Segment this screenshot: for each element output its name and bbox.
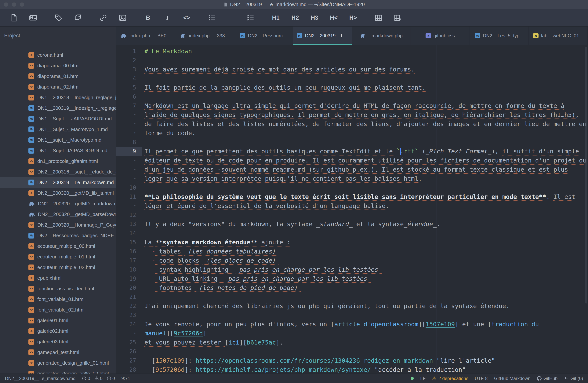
- tree-item-DN2__200320__getMD_markdown_lib[interactable]: DN2__200320__getMD_markdown_lib: [0, 198, 116, 209]
- code-line[interactable]: - URL auto-linking _pas pris en charge p…: [142, 274, 588, 283]
- line-number[interactable]: 19: [116, 274, 142, 283]
- code-line[interactable]: [142, 74, 588, 83]
- tree-item-dn1_protocole_gifanim.html[interactable]: <>dn1_protocole_gifanim.html: [0, 156, 116, 167]
- tab-DN2__Les_5_typ...[interactable]: M↓DN2__Les_5_typ...: [470, 26, 529, 45]
- code-line[interactable]: Il y a deux "versions" du markdown, la s…: [142, 220, 588, 229]
- line-number[interactable]: 6: [116, 92, 142, 101]
- tree-item-corona.html[interactable]: <>corona.html: [0, 50, 116, 60]
- line-number[interactable]: 11: [116, 192, 142, 201]
- tree-item-DN1__Sujet_JAIPASDORDI.md[interactable]: M↓DN1__Sujet_JAIPASDORDI.md: [0, 145, 116, 156]
- tree-item-galerie01.html[interactable]: <>galerie01.html: [0, 315, 116, 326]
- code-line[interactable]: J'ai uniquement cherché des librairies j…: [142, 301, 588, 311]
- code-line[interactable]: [142, 92, 588, 101]
- code-line[interactable]: Je vous renvoie, pour un peu plus d'info…: [142, 320, 588, 329]
- tree-item-DN1__Sujet_-_JAIPASDORDI.md[interactable]: M↓DN1__Sujet_-_JAIPASDORDI.md: [0, 113, 116, 124]
- zoom-button[interactable]: [20, 2, 24, 7]
- line-number[interactable]: 4: [116, 74, 142, 83]
- code-line[interactable]: [1507e109]: https://openclassrooms.com/f…: [142, 356, 588, 365]
- line-number[interactable]: 2: [116, 56, 142, 65]
- line-number[interactable]: 27: [116, 356, 142, 365]
- status-line-ending[interactable]: LF: [420, 376, 425, 381]
- status-encoding[interactable]: UTF-8: [475, 376, 488, 381]
- line-number[interactable]: 5: [116, 83, 142, 92]
- tree-item-epub.xhtml[interactable]: <>epub.xhtml: [0, 273, 116, 283]
- tree-item-diaporama_00.html[interactable]: <>diaporama_00.html: [0, 60, 116, 71]
- line-number[interactable]: 8: [116, 138, 142, 147]
- italic-button[interactable]: I: [162, 12, 173, 24]
- tree-item-ecouteur_multiple_00.html[interactable]: <>ecouteur_multiple_00.html: [0, 241, 116, 251]
- line-number[interactable]: 28: [116, 365, 142, 374]
- line-number[interactable]: 24: [116, 320, 142, 329]
- tree-item-DN2__200320__getMD_lib_js.html[interactable]: <>DN2__200320__getMD_lib_js.html: [0, 188, 116, 198]
- tree-item-DN2__200319__Le_markdown.md[interactable]: M↓DN2__200319__Le_markdown.md: [0, 177, 116, 188]
- tree-item-DN1__200319__Indesign_-_reglage_ju[interactable]: M↓DN1__200319__Indesign_-_reglage_ju: [0, 103, 116, 113]
- line-number[interactable]: 15: [116, 238, 142, 247]
- diagnostics-summary[interactable]: 000: [82, 376, 115, 381]
- tab-index.php — BE0...[interactable]: index.php — BE0...: [116, 26, 175, 45]
- code-line[interactable]: Markdown est un langage ultra simple qui…: [142, 101, 588, 110]
- line-number[interactable]: 16: [116, 247, 142, 256]
- code-button[interactable]: <>: [181, 12, 192, 24]
- cursor-position[interactable]: 9:71: [121, 376, 130, 381]
- code-line[interactable]: Il fait partie de la panoplie des outils…: [142, 83, 588, 92]
- line-number[interactable]: 25: [116, 338, 142, 347]
- tree-item-ecouteur_multiple_01.html[interactable]: <>ecouteur_multiple_01.html: [0, 251, 116, 262]
- code-line[interactable]: forme du code.: [142, 128, 588, 138]
- code-line[interactable]: léger que sa version interprétée puisqu'…: [142, 174, 588, 183]
- tab-DN2__Ressourc...[interactable]: M↓DN2__Ressourc...: [234, 26, 293, 45]
- tree-item-DN2__Ressources_badges_NDEF_-_N[interactable]: M↓DN2__Ressources_badges_NDEF_-_N: [0, 230, 116, 241]
- code-line[interactable]: La **syntaxe markdown étendue** ajoute :: [142, 238, 588, 247]
- tree-item-DN1__200318__Indesign_reglage_jus[interactable]: <>DN1__200318__Indesign_reglage_jus: [0, 92, 116, 103]
- status-deprecations[interactable]: 2 deprecations: [432, 376, 468, 381]
- code-line[interactable]: [142, 311, 588, 320]
- line-number[interactable]: 20: [116, 283, 142, 292]
- line-number[interactable]: 13: [116, 220, 142, 229]
- status-git[interactable]: Git (0): [564, 376, 583, 381]
- markdown-button[interactable]: [28, 12, 39, 24]
- new-file-button[interactable]: [8, 12, 19, 24]
- line-number[interactable]: 21: [116, 292, 142, 301]
- code-line[interactable]: manuel][9c57206d]: [142, 329, 588, 338]
- code-line[interactable]: [142, 138, 588, 147]
- label-button[interactable]: [72, 12, 84, 24]
- code-line[interactable]: **La philosophie du système veut que le …: [142, 192, 588, 201]
- h1-button[interactable]: H1: [270, 12, 281, 24]
- code-line[interactable]: [9c57206d]: https://michelf.ca/projets/p…: [142, 365, 588, 374]
- tree-item-ecouteur_multiple_02.html[interactable]: <>ecouteur_multiple_02.html: [0, 262, 116, 273]
- tree-item-generated_design_grille_01.html[interactable]: <>generated_design_grille_01.html: [0, 358, 116, 368]
- code-line[interactable]: - code blocks _(les blocs de code)_: [142, 256, 588, 265]
- code-line[interactable]: éditeur de texte ou de code pour en prod…: [142, 156, 588, 165]
- tab-DN2__200319__L...[interactable]: M↓DN2__200319__L...: [293, 26, 352, 45]
- status-grammar[interactable]: GitHub Markdown: [494, 376, 531, 381]
- edit-table-button[interactable]: [392, 12, 403, 24]
- line-number[interactable]: 22: [116, 301, 142, 311]
- code-line[interactable]: l'aide de quelques signes typographiques…: [142, 110, 588, 119]
- line-number[interactable]: 3: [116, 65, 142, 74]
- table-button[interactable]: [373, 12, 384, 24]
- code-line[interactable]: - footnotes _(les notes de pied de page)…: [142, 283, 588, 292]
- bold-button[interactable]: B: [143, 12, 153, 24]
- text-editor[interactable]: 1# Le Markdown23Vous avez surement déjà …: [116, 45, 588, 374]
- tree-item-DN2__200320__Hommage_P_Guyota[interactable]: <>DN2__200320__Hommage_P_Guyota: [0, 220, 116, 230]
- check-list-button[interactable]: [245, 12, 256, 24]
- line-number[interactable]: 23: [116, 311, 142, 320]
- line-number[interactable]: 9: [116, 147, 142, 156]
- diagnostic-warning-triangle[interactable]: 0: [94, 376, 103, 381]
- code-line[interactable]: et vous pouvez tester [ici][b61e75ac].: [142, 338, 588, 347]
- heading-decrease-button[interactable]: H<: [328, 12, 339, 24]
- code-line[interactable]: léger et épuré de l'essentiel de la verb…: [142, 201, 588, 211]
- tab-index.php — 338...[interactable]: index.php — 338...: [175, 26, 234, 45]
- code-line[interactable]: Il permet ce que permettent des outils b…: [142, 147, 588, 156]
- line-number[interactable]: 12: [116, 211, 142, 220]
- line-number[interactable]: 1: [116, 47, 142, 56]
- minimize-button[interactable]: [12, 2, 16, 7]
- close-button[interactable]: [4, 2, 8, 7]
- line-number[interactable]: 18: [116, 265, 142, 274]
- tree-item-fonction_ass_vs_dec.html[interactable]: <>fonction_ass_vs_dec.html: [0, 283, 116, 294]
- tree-item-diaporama_02.html[interactable]: <>diaporama_02.html: [0, 82, 116, 92]
- code-line[interactable]: - tables _(les données tabulaires)_: [142, 247, 588, 256]
- tab-lab__webNFC_01...[interactable]: JSlab__webNFC_01...: [529, 26, 588, 45]
- tree-item-DN2__200320__getMD_parseDown_lib[interactable]: DN2__200320__getMD_parseDown_lib: [0, 209, 116, 220]
- image-button[interactable]: [117, 12, 128, 24]
- line-number[interactable]: 7: [116, 101, 142, 110]
